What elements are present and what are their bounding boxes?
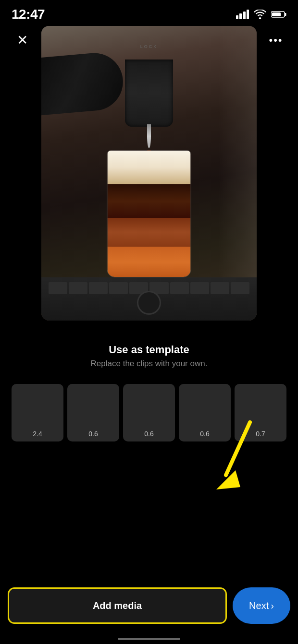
svg-rect-2 <box>272 12 281 16</box>
next-chevron-icon: › <box>271 600 274 611</box>
main-image: LOCK <box>41 26 257 321</box>
clip-thumb-3[interactable]: 0.6 <box>123 384 175 441</box>
more-button[interactable]: ••• <box>265 30 286 51</box>
battery-icon <box>271 10 286 19</box>
signal-icon <box>236 10 249 19</box>
status-bar: 12:47 <box>0 0 298 26</box>
clip-thumb-1[interactable]: 2.4 <box>12 384 63 441</box>
template-subtitle: Replace the clips with your own. <box>0 359 298 369</box>
close-icon: ✕ <box>17 34 28 47</box>
svg-rect-1 <box>285 13 286 16</box>
status-time: 12:47 <box>12 7 45 22</box>
next-button[interactable]: Next › <box>233 587 290 624</box>
clip-duration-5: 0.7 <box>256 430 265 438</box>
close-button[interactable]: ✕ <box>12 30 33 51</box>
template-section: Use as template Replace the clips with y… <box>0 336 298 372</box>
machine-surface: LOCK <box>41 26 257 321</box>
wifi-icon <box>254 10 266 19</box>
clip-thumb-2[interactable]: 0.6 <box>67 384 119 441</box>
bottom-action-area: Add media Next › <box>0 567 298 644</box>
clip-duration-1: 2.4 <box>33 430 42 438</box>
next-label: Next <box>249 600 269 611</box>
svg-marker-4 <box>216 470 240 489</box>
clip-duration-2: 0.6 <box>88 430 98 438</box>
status-icons <box>236 10 287 19</box>
clip-thumb-4[interactable]: 0.6 <box>179 384 231 441</box>
top-nav: ✕ ••• <box>0 26 298 57</box>
clip-thumb-5[interactable]: 0.7 <box>235 384 286 441</box>
add-media-button[interactable]: Add media <box>8 587 227 624</box>
more-icon: ••• <box>269 34 283 47</box>
clip-duration-3: 0.6 <box>144 430 153 438</box>
home-indicator <box>118 638 180 640</box>
template-title: Use as template <box>0 344 298 356</box>
clip-duration-4: 0.6 <box>200 430 209 438</box>
clips-row: 2.4 0.6 0.6 0.6 0.7 <box>0 384 298 441</box>
add-media-label: Add media <box>93 600 142 611</box>
